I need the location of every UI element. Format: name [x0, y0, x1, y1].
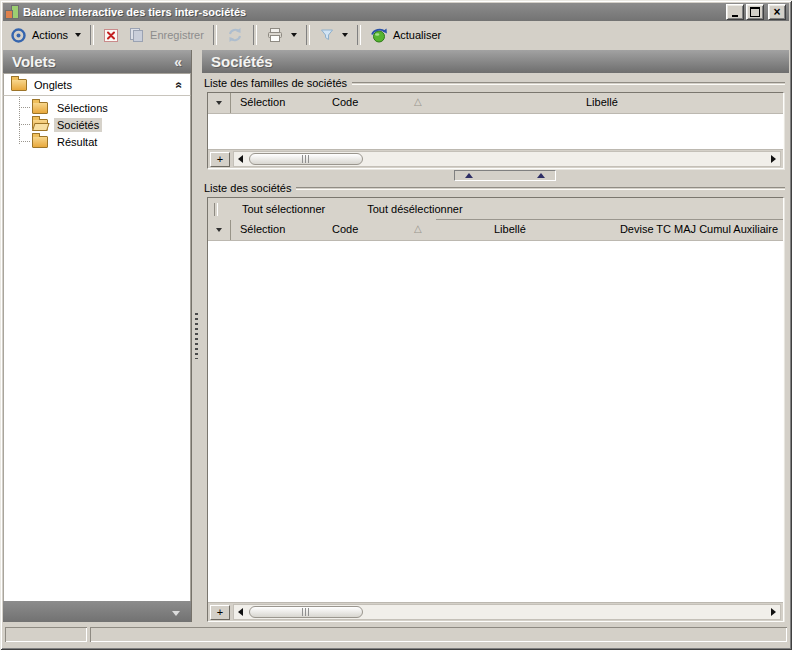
- status-bar: [3, 622, 789, 647]
- toolbar-separator: [306, 25, 310, 45]
- save-icon: [129, 27, 145, 43]
- chevron-down-icon: [216, 101, 222, 105]
- sort-ascending-icon[interactable]: △: [414, 96, 422, 107]
- thumb-grip-icon: [302, 155, 310, 163]
- column-header-selection[interactable]: Sélection: [240, 223, 285, 235]
- select-all-button[interactable]: Tout sélectionner: [242, 203, 325, 215]
- add-row-button[interactable]: +: [210, 152, 230, 167]
- splitter-grip-icon: [195, 313, 198, 359]
- societes-grid: Tout sélectionner Tout désélectionner Sé…: [207, 197, 784, 622]
- sidebar-item-selections[interactable]: Sélections: [4, 99, 190, 116]
- families-group-label: Liste des familles de sociétés: [204, 76, 787, 90]
- sidebar-header: Volets «: [3, 50, 191, 73]
- scroll-left-icon[interactable]: [238, 608, 243, 616]
- collapse-group-icon[interactable]: «: [173, 81, 187, 88]
- scroll-left-icon[interactable]: [238, 155, 243, 163]
- societes-grid-buttonrow: Tout sélectionner Tout désélectionner: [208, 198, 783, 220]
- column-header-libelle[interactable]: Libellé: [586, 96, 618, 108]
- column-chooser-button[interactable]: [208, 220, 231, 240]
- tree-item-label: Sélections: [54, 101, 111, 115]
- triangle-up-icon: [537, 173, 545, 178]
- add-row-button[interactable]: +: [210, 605, 230, 620]
- sidebar-title: Volets: [12, 53, 56, 70]
- triangle-up-icon: [465, 173, 473, 178]
- toolbar-grip-icon: [214, 203, 218, 216]
- onglets-tree: Sélections Sociétés Résultat: [3, 96, 191, 601]
- sort-ascending-icon[interactable]: △: [414, 223, 422, 234]
- families-grid: Sélection Code △ Libellé +: [207, 92, 784, 169]
- chevron-down-icon: [342, 33, 348, 37]
- families-grid-header: Sélection Code △ Libellé: [208, 93, 783, 114]
- sidebar-panel: Volets « Onglets « Sélections Sociétés R…: [3, 50, 191, 625]
- societes-group-label: Liste des sociétés: [204, 181, 787, 195]
- column-chooser-button[interactable]: [208, 93, 231, 113]
- window-title: Balance interactive des tiers inter-soci…: [23, 6, 724, 18]
- scrollbar-thumb[interactable]: [249, 153, 363, 165]
- app-window: Balance interactive des tiers inter-soci…: [0, 0, 792, 650]
- societes-grid-header: Sélection Code △ Libellé Devise TC MAJ C…: [208, 220, 783, 241]
- close-button[interactable]: ×: [768, 4, 786, 20]
- save-button[interactable]: Enregistrer: [124, 25, 209, 45]
- folder-icon: [11, 79, 27, 91]
- sidebar-item-societes[interactable]: Sociétés: [4, 116, 190, 133]
- chevron-down-icon: [216, 228, 222, 232]
- toolbar-separator: [90, 25, 94, 45]
- filter-funnel-icon: [319, 27, 335, 43]
- close-icon: ×: [773, 7, 780, 17]
- delete-button[interactable]: [98, 26, 124, 45]
- societes-grid-body[interactable]: [208, 241, 783, 602]
- main-title: Sociétés: [211, 53, 273, 70]
- scrollbar-thumb[interactable]: [249, 606, 363, 618]
- deselect-all-button[interactable]: Tout désélectionner: [367, 203, 462, 215]
- onglets-group-header[interactable]: Onglets «: [3, 73, 191, 96]
- collapse-splitter-handle[interactable]: [454, 170, 556, 181]
- open-folder-icon: [32, 119, 48, 131]
- chevron-down-icon: [75, 33, 81, 37]
- scroll-right-icon[interactable]: [771, 608, 776, 616]
- maximize-button[interactable]: [746, 4, 764, 20]
- actions-target-icon: [10, 27, 27, 44]
- column-header-devise[interactable]: Devise TC MAJ Cumul Auxiliaire: [620, 223, 778, 235]
- scroll-right-icon[interactable]: [771, 155, 776, 163]
- horizontal-scrollbar[interactable]: [233, 151, 781, 167]
- column-header-selection[interactable]: Sélection: [240, 96, 285, 108]
- onglets-label: Onglets: [34, 79, 169, 91]
- status-panel-left: [5, 627, 87, 642]
- column-header-code[interactable]: Code: [332, 96, 358, 108]
- actualiser-label: Actualiser: [393, 29, 441, 41]
- families-group-text: Liste des familles de sociétés: [204, 77, 347, 89]
- column-header-libelle[interactable]: Libellé: [494, 223, 526, 235]
- refresh-icon: [226, 27, 244, 43]
- filter-button[interactable]: [314, 25, 353, 45]
- thumb-grip-icon: [302, 608, 310, 616]
- collapse-sidebar-button[interactable]: «: [174, 54, 182, 70]
- toolbar: Actions Enregistrer: [3, 21, 789, 49]
- tree-item-label-selected: Sociétés: [54, 118, 102, 132]
- print-button[interactable]: [261, 25, 302, 45]
- maximize-icon: [750, 7, 760, 17]
- red-x-icon: [103, 28, 119, 43]
- tree-item-label: Résultat: [54, 135, 100, 149]
- printer-icon: [266, 27, 284, 43]
- app-icon-green-bar: [12, 6, 18, 18]
- societes-group-text: Liste des sociétés: [204, 182, 291, 194]
- refresh-button[interactable]: [221, 25, 249, 45]
- status-panel-main: [90, 627, 787, 642]
- chevron-down-icon: [172, 611, 180, 616]
- actions-button[interactable]: Actions: [27, 27, 86, 43]
- column-header-code[interactable]: Code: [332, 223, 358, 235]
- actualiser-globe-icon: [370, 27, 388, 44]
- folder-icon: [32, 102, 48, 114]
- toolbar-separator: [213, 25, 217, 45]
- horizontal-scrollbar[interactable]: [233, 604, 781, 620]
- folder-icon: [32, 136, 48, 148]
- sidebar-item-resultat[interactable]: Résultat: [4, 133, 190, 150]
- main-header: Sociétés: [202, 50, 789, 73]
- actions-label: Actions: [32, 29, 68, 41]
- actualiser-button[interactable]: Actualiser: [365, 25, 446, 46]
- main-panel: Sociétés Liste des familles de sociétés …: [202, 50, 789, 625]
- minimize-button[interactable]: [726, 4, 744, 20]
- titlebar: Balance interactive des tiers inter-soci…: [3, 3, 789, 21]
- societes-grid-scrollrow: +: [208, 602, 783, 621]
- families-grid-body[interactable]: [208, 114, 783, 149]
